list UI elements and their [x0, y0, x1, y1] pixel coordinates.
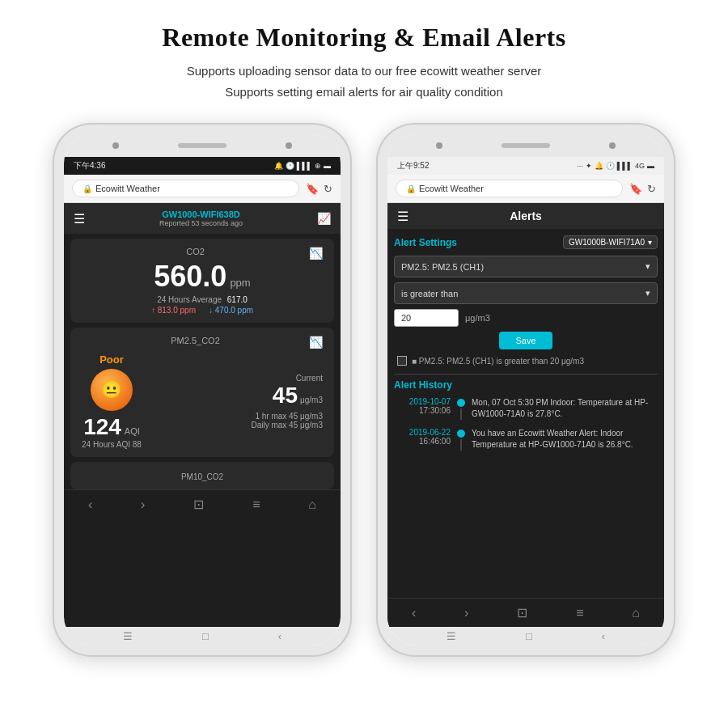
nav2-home-icon[interactable]: ⌂	[632, 606, 640, 620]
browser-url-2[interactable]: 🔒 Ecowitt Weather	[396, 180, 623, 197]
lock-2-icon: 🔒	[406, 184, 416, 193]
save-button[interactable]: Save	[499, 332, 552, 349]
alert-rule: ■ PM2.5: PM2.5 (CH1) is greater than 20 …	[394, 356, 658, 366]
bookmark-icon[interactable]: 🔖	[306, 183, 319, 195]
aqi-graph-icon[interactable]: 📉	[309, 336, 323, 349]
reload-icon[interactable]: ↻	[324, 183, 332, 195]
co2-high: ↑ 813.0 ppm	[151, 306, 196, 315]
nav2-back-icon[interactable]: ‹	[412, 606, 416, 620]
sys-back-btn[interactable]: ‹	[278, 630, 281, 642]
app-alerts: ☰ Alerts Alert Settings GW1000B-WIFI71A0…	[387, 203, 664, 627]
current-unit: μg/m3	[300, 396, 323, 404]
nav2-tabs-icon[interactable]: ⊡	[517, 605, 527, 620]
current-value: 45	[273, 383, 298, 408]
hamburger-icon[interactable]: ☰	[74, 211, 85, 226]
camera-left-2-icon	[436, 142, 442, 149]
graph-icon[interactable]: 📈	[317, 212, 331, 225]
alert-content: Alert Settings GW1000B-WIFI71A0 ▾ PM2.5:…	[387, 229, 664, 598]
aqi-section: PM2.5_CO2 📉 Poor 😐 124 AQI 24 Hours AQI …	[70, 328, 334, 457]
nav2-menu-icon[interactable]: ≡	[576, 606, 583, 620]
system-nav-1: ☰ □ ‹	[64, 627, 341, 645]
dot-line-1	[460, 408, 462, 420]
subtitle2: Supports setting email alerts for air qu…	[32, 82, 696, 103]
condition-dropdown[interactable]: is greater than ▾	[394, 282, 658, 304]
alert-value-input[interactable]	[394, 309, 459, 327]
speaker-2-icon	[502, 143, 550, 148]
history-item-2: 2019-06-22 16:46:00 You have an Ecowitt …	[394, 428, 658, 451]
daily-max: Daily max 45 μg/m3	[251, 421, 323, 430]
rule-text: ■ PM2.5: PM2.5 (CH1) is greater than 20 …	[412, 357, 584, 366]
page-title: Remote Monitoring & Email Alerts	[32, 23, 696, 53]
co2-header-row: CO2 📉	[82, 247, 323, 260]
hist-date-2: 2019-06-22	[409, 428, 451, 437]
aqi-number: 124	[83, 414, 121, 440]
aqi-number-row: 124 AQI	[83, 414, 140, 440]
bottom-nav-2: ‹ › ⊡ ≡ ⌂	[387, 598, 664, 627]
aqi-text: AQI	[125, 426, 140, 436]
co2-value: 560.0	[154, 260, 226, 294]
nav-tabs-icon[interactable]: ⊡	[193, 497, 204, 512]
nav-forward-icon[interactable]: ›	[141, 497, 145, 512]
current-value-display: 45 μg/m3	[151, 383, 323, 408]
history-time-2: 2019-06-22 16:46:00	[394, 428, 451, 451]
bookmark-2-icon[interactable]: 🔖	[629, 183, 642, 195]
device-info: GW1000-WIFI638D Reported 53 seconds ago	[159, 210, 243, 227]
aqi-stats: 1 hr max 45 μg/m3 Daily max 45 μg/m3	[151, 412, 323, 430]
aqi-24h: 24 Hours AQI 88	[82, 440, 142, 449]
sys-menu-icon[interactable]: ☰	[123, 630, 133, 642]
timeline-dot-2	[457, 428, 465, 451]
nav-menu-icon[interactable]: ≡	[252, 497, 260, 512]
nav-back-icon[interactable]: ‹	[88, 497, 92, 512]
timeline-dot-1	[457, 397, 465, 420]
history-item-1: 2019-10-07 17:30:06 Mon, 07 Oct 5:30 PM …	[394, 397, 658, 420]
pm25-dropdown[interactable]: PM2.5: PM2.5 (CH1) ▾	[394, 256, 658, 277]
sys2-menu-icon[interactable]: ☰	[447, 630, 456, 642]
alert-settings-label: Alert Settings	[394, 237, 457, 248]
camera-left-icon	[112, 142, 119, 149]
phone-1: 下午4:36 🔔 🕐 ▌▌▌ ⊕ ▬ 🔒 Ecowitt Weather 🔖 ↻	[53, 123, 352, 657]
hist-time-1: 17:30:06	[419, 406, 451, 415]
device-status: Reported 53 seconds ago	[159, 219, 243, 227]
nav-home-icon[interactable]: ⌂	[308, 497, 316, 512]
chevron-down-2-icon: ▾	[645, 288, 650, 298]
status-bar-2: 上午9:52 ··· ✦ 🔔 🕐 ▌▌▌ 4G ▬	[387, 157, 664, 175]
browser-bar-1: 🔒 Ecowitt Weather 🔖 ↻	[64, 175, 341, 203]
hr-max: 1 hr max 45 μg/m3	[255, 412, 323, 421]
app-dark-1: ☰ GW1000-WIFI638D Reported 53 seconds ag…	[64, 203, 341, 627]
hist-msg-2: You have an Ecowitt Weather Alert: Indoo…	[472, 428, 658, 451]
device-select-dropdown[interactable]: GW1000B-WIFI71A0 ▾	[563, 235, 658, 249]
subtitle1: Supports uploading sensor data to our fr…	[32, 61, 696, 82]
hist-msg-1: Mon, 07 Oct 5:30 PM Indoor: Temperature …	[472, 397, 658, 420]
divider	[394, 374, 658, 375]
sys2-home-btn[interactable]: □	[526, 630, 532, 642]
browser-icons-2: 🔖 ↻	[629, 183, 656, 195]
phone-2: 上午9:52 ··· ✦ 🔔 🕐 ▌▌▌ 4G ▬ 🔒 Ecowitt Weat…	[376, 123, 675, 657]
co2-avg: 24 Hours Average 617.0	[82, 295, 323, 304]
phone-1-top	[64, 134, 341, 157]
nav2-forward-icon[interactable]: ›	[464, 606, 468, 620]
alerts-title: Alerts	[510, 210, 542, 222]
device-name: GW1000-WIFI638D	[159, 210, 243, 219]
sys-home-btn[interactable]: □	[202, 630, 209, 642]
app-header-1: ☰ GW1000-WIFI638D Reported 53 seconds ag…	[64, 203, 341, 234]
status-icons-2: ··· ✦ 🔔 🕐 ▌▌▌ 4G ▬	[577, 162, 654, 170]
history-time-1: 2019-10-07 17:30:06	[394, 397, 451, 420]
co2-minmax: ↑ 813.0 ppm ↓ 470.0 ppm	[82, 306, 323, 315]
hist-date-1: 2019-10-07	[409, 397, 451, 406]
aqi-circle: 😐	[91, 369, 133, 411]
sys2-back-btn[interactable]: ‹	[602, 630, 605, 642]
rule-checkbox[interactable]	[397, 356, 407, 366]
aqi-header-row: PM2.5_CO2 📉	[82, 336, 323, 349]
co2-graph-icon[interactable]: 📉	[309, 247, 323, 260]
browser-url-1[interactable]: 🔒 Ecowitt Weather	[72, 180, 299, 197]
camera-right-2-icon	[609, 142, 616, 149]
current-label: Current	[151, 374, 323, 383]
aqi-row: Poor 😐 124 AQI 24 Hours AQI 88 Current	[82, 353, 323, 449]
status-time-2: 上午9:52	[397, 160, 429, 171]
status-bar-1: 下午4:36 🔔 🕐 ▌▌▌ ⊕ ▬	[64, 157, 341, 175]
hamburger-2-icon[interactable]: ☰	[397, 209, 408, 224]
lock-icon: 🔒	[83, 184, 92, 193]
dot-2	[457, 430, 465, 438]
co2-low: ↓ 470.0 ppm	[209, 306, 253, 315]
reload-2-icon[interactable]: ↻	[647, 183, 656, 195]
